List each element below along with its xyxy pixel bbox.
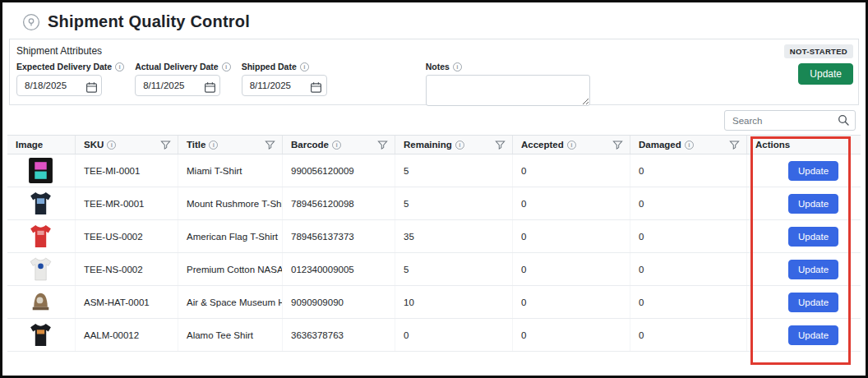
column-header-damaged: Damaged xyxy=(630,136,746,154)
notes-textarea[interactable] xyxy=(426,75,590,106)
shipment-attributes-card: Shipment Attributes NOT-STARTED Update E… xyxy=(9,39,859,105)
column-header-sku: SKU xyxy=(75,136,178,154)
info-icon[interactable] xyxy=(453,62,462,71)
shipment-items-table: Image SKU Title Barcode xyxy=(7,135,861,352)
table-row: TEE-MI-0001 Miami T-Shirt 990056120009 5… xyxy=(7,154,861,187)
info-icon[interactable] xyxy=(222,62,231,71)
accepted-cell: 0 xyxy=(512,154,630,187)
product-thumbnail-mount-rushmore xyxy=(7,187,75,219)
actual-delivery-date-field: Actual Delivery Date xyxy=(135,62,231,96)
damaged-cell: 0 xyxy=(630,319,746,351)
info-icon[interactable] xyxy=(685,141,694,150)
calendar-icon[interactable] xyxy=(310,81,323,94)
sku-cell: ASM-HAT-0001 xyxy=(75,286,178,318)
remaining-cell: 10 xyxy=(395,286,512,318)
barcode-cell: 990056120009 xyxy=(282,154,395,187)
remaining-cell: 35 xyxy=(395,220,512,252)
column-header-actions: Actions xyxy=(746,136,861,154)
column-header-remaining: Remaining xyxy=(395,136,512,154)
table-header-row: Image SKU Title Barcode xyxy=(7,135,861,154)
title-cell: Miami T-Shirt xyxy=(178,154,282,187)
shipment-quality-control-page: Shipment Quality Control Shipment Attrib… xyxy=(0,0,868,378)
filter-icon[interactable] xyxy=(265,140,275,150)
title-cell: Air & Space Museum Hat xyxy=(178,286,282,318)
filter-icon[interactable] xyxy=(612,140,623,150)
info-icon[interactable] xyxy=(455,141,464,150)
damaged-cell: 0 xyxy=(630,286,746,318)
title-cell: Alamo Tee Shirt xyxy=(178,319,282,351)
search-icon[interactable] xyxy=(832,111,855,130)
filter-icon[interactable] xyxy=(377,140,388,150)
product-thumbnail-miami xyxy=(7,154,75,187)
remaining-cell: 5 xyxy=(395,187,512,219)
damaged-cell: 0 xyxy=(630,187,746,219)
table-row: ASM-HAT-0001 Air & Space Museum Hat 9090… xyxy=(7,286,861,319)
shipped-date-field: Shipped Date xyxy=(242,62,327,96)
accepted-cell: 0 xyxy=(512,187,630,219)
table-row: TEE-MR-0001 Mount Rushmore T-Shirt 78945… xyxy=(7,187,861,220)
sku-cell: AALM-00012 xyxy=(75,319,178,351)
product-thumbnail-american-flag xyxy=(7,220,75,252)
attribute-fields-row: Expected Delivery Date Actual Delivery xyxy=(16,62,852,109)
attributes-update-button[interactable]: Update xyxy=(798,63,853,85)
accepted-cell: 0 xyxy=(512,253,630,285)
accepted-cell: 0 xyxy=(512,319,630,351)
table-row: TEE-US-0002 American Flag T-Shirt 789456… xyxy=(7,220,861,253)
sku-cell: TEE-NS-0002 xyxy=(75,253,178,285)
expected-delivery-date-field: Expected Delivery Date xyxy=(16,62,124,96)
damaged-cell: 0 xyxy=(630,220,746,252)
row-update-button[interactable]: Update xyxy=(788,161,838,181)
page-header: Shipment Quality Control xyxy=(2,2,866,39)
sku-cell: TEE-MR-0001 xyxy=(75,187,178,219)
row-update-button[interactable]: Update xyxy=(788,227,838,247)
table-row: TEE-NS-0002 Premium Cotton NASA T-S... 0… xyxy=(7,253,861,286)
section-label: Shipment Attributes xyxy=(16,45,852,57)
status-badge: NOT-STARTED xyxy=(784,44,853,58)
row-update-button[interactable]: Update xyxy=(788,260,838,279)
damaged-cell: 0 xyxy=(630,253,746,285)
column-header-image: Image xyxy=(7,136,75,154)
column-header-barcode: Barcode xyxy=(282,136,395,154)
title-cell: American Flag T-Shirt xyxy=(178,220,282,252)
barcode-cell: 9090909090 xyxy=(282,286,395,318)
calendar-icon[interactable] xyxy=(203,81,216,94)
info-icon[interactable] xyxy=(567,141,576,150)
table-row: AALM-00012 Alamo Tee Shirt 3636378763 0 … xyxy=(7,319,861,352)
product-thumbnail-nasa xyxy=(7,253,75,285)
notes-label: Notes xyxy=(426,62,450,72)
info-icon[interactable] xyxy=(209,141,218,150)
search-box xyxy=(724,110,856,131)
accepted-cell: 0 xyxy=(512,286,630,318)
filter-icon[interactable] xyxy=(495,140,506,150)
column-header-title: Title xyxy=(178,136,282,154)
sku-cell: TEE-MI-0001 xyxy=(75,154,178,187)
column-header-accepted: Accepted xyxy=(512,136,630,154)
calendar-icon[interactable] xyxy=(85,81,98,94)
title-cell: Premium Cotton NASA T-S... xyxy=(178,253,282,285)
barcode-cell: 789456120098 xyxy=(282,187,395,219)
page-title: Shipment Quality Control xyxy=(48,12,250,31)
row-update-button[interactable]: Update xyxy=(788,325,838,345)
filter-icon[interactable] xyxy=(160,140,171,150)
remaining-cell: 5 xyxy=(395,253,512,285)
lightbulb-circle-icon xyxy=(22,13,40,31)
sku-cell: TEE-US-0002 xyxy=(75,220,178,252)
notes-field: Notes xyxy=(426,62,590,109)
info-icon[interactable] xyxy=(115,62,124,71)
shipped-date-label: Shipped Date xyxy=(242,62,297,72)
search-input[interactable] xyxy=(725,116,832,126)
actual-delivery-date-label: Actual Delivery Date xyxy=(135,62,219,72)
accepted-cell: 0 xyxy=(512,220,630,252)
table-toolbar xyxy=(2,105,866,135)
barcode-cell: 012340009005 xyxy=(282,253,395,285)
info-icon[interactable] xyxy=(332,141,341,150)
remaining-cell: 5 xyxy=(395,154,512,187)
row-update-button[interactable]: Update xyxy=(788,293,838,312)
expected-delivery-date-label: Expected Delivery Date xyxy=(16,62,112,72)
info-icon[interactable] xyxy=(300,62,309,71)
remaining-cell: 0 xyxy=(395,319,512,351)
info-icon[interactable] xyxy=(107,141,116,150)
row-update-button[interactable]: Update xyxy=(788,194,838,214)
filter-icon[interactable] xyxy=(729,140,740,150)
barcode-cell: 789456137373 xyxy=(282,220,395,252)
